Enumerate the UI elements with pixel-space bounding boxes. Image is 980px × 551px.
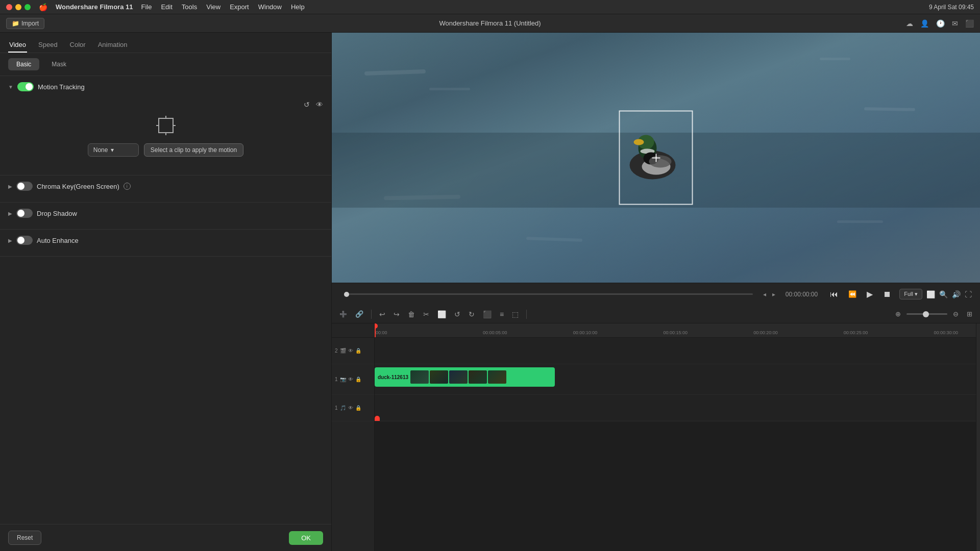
window-title: Wondershare Filmora 11 (Untitled) [439, 19, 541, 27]
left-seek-icon[interactable]: ◂ [763, 291, 766, 298]
quality-select[interactable]: Full ▾ [899, 289, 922, 299]
rotate-left-button[interactable]: ↺ [452, 308, 463, 320]
track-eye-audio[interactable]: 👁 [348, 405, 353, 411]
seek-thumb [344, 292, 349, 297]
delete-button[interactable]: 🗑 [405, 308, 418, 320]
macos-right-icons: 9 April Sat 09:45 [929, 4, 974, 11]
add-media-button[interactable]: ➕ [337, 309, 350, 320]
motion-tracking-chevron[interactable]: ▼ [8, 84, 13, 90]
fullscreen-icon[interactable]: ⛶ [965, 290, 972, 298]
apple-menu[interactable]: 🍎 [39, 3, 47, 11]
drop-shadow-chevron[interactable]: ▶ [8, 211, 12, 216]
right-area: ◂ ▸ 00:00:00:00 ⏮ ⏪ ▶ ⏹ Full ▾ ⬜ 🔍 🔊 ⛶ [332, 33, 980, 551]
rotate-right-button[interactable]: ↻ [466, 308, 477, 320]
refresh-icon[interactable]: ↺ [304, 101, 310, 109]
seek-bar[interactable] [344, 293, 753, 295]
crop-button[interactable]: ⬜ [435, 308, 449, 320]
notification-icon[interactable]: ✉ [952, 19, 958, 28]
grid-button[interactable]: ⬚ [509, 308, 521, 320]
step-back-button[interactable]: ⏪ [846, 288, 859, 300]
menu-file[interactable]: File [141, 3, 152, 11]
ok-button[interactable]: OK [289, 531, 323, 545]
motion-tracking-section: ▼ Motion Tracking ↺ 👁 [0, 76, 331, 176]
track-lock-icon-2[interactable]: 🔒 [355, 348, 361, 354]
apply-motion-button[interactable]: Select a clip to apply the motion [144, 143, 243, 157]
clip-dropdown[interactable]: None ▾ [88, 143, 139, 157]
settings-icon[interactable]: ⬛ [965, 19, 974, 28]
macos-menubar: 🍎 Wondershare Filmora 11 File Edit Tools… [0, 0, 980, 14]
history-icon[interactable]: 🕐 [936, 19, 945, 28]
auto-enhance-toggle[interactable] [16, 236, 33, 245]
reset-button[interactable]: Reset [8, 531, 41, 545]
menu-help[interactable]: Help [291, 3, 305, 11]
selection-box [619, 111, 693, 205]
motion-tracking-title: Motion Tracking [38, 83, 85, 91]
eye-icon[interactable]: 👁 [316, 101, 323, 109]
list-button[interactable]: ≡ [497, 308, 506, 320]
chroma-key-chevron[interactable]: ▶ [8, 184, 12, 189]
app-name-label: Wondershare Filmora 11 [56, 3, 133, 11]
track-lock-audio[interactable]: 🔒 [355, 405, 361, 411]
tab-video[interactable]: Video [8, 38, 27, 53]
account-icon[interactable]: 👤 [920, 19, 929, 28]
quality-chevron: ▾ [915, 291, 918, 297]
menu-view[interactable]: View [206, 3, 220, 11]
zoom-in-button[interactable]: ⊕ [893, 308, 903, 320]
track-eye-icon-2[interactable]: 👁 [348, 348, 353, 354]
maximize-window-button[interactable] [24, 4, 31, 10]
track-lock-icon-1[interactable]: 🔒 [355, 377, 361, 382]
auto-enhance-chevron[interactable]: ▶ [8, 238, 12, 243]
crosshair-overlay [652, 154, 660, 162]
menu-tools[interactable]: Tools [182, 3, 197, 11]
time-mark-25: 00:00:25:00 [844, 330, 868, 335]
track-audio-icon: 🎵 [340, 405, 346, 411]
cloud-icon[interactable]: ☁ [906, 19, 913, 28]
transform-button[interactable]: ⬛ [480, 308, 494, 320]
minimize-window-button[interactable] [15, 4, 21, 10]
tab-animation[interactable]: Animation [97, 38, 129, 53]
chroma-key-toggle[interactable] [16, 182, 33, 191]
track-eye-icon-1[interactable]: 👁 [348, 377, 353, 382]
motion-tracking-toggle[interactable] [17, 82, 34, 91]
tab-color[interactable]: Color [69, 38, 87, 53]
zoom-slider[interactable] [906, 313, 947, 315]
rewind-button[interactable]: ⏮ [828, 288, 840, 301]
video-clip[interactable]: duck-112613 [375, 367, 555, 387]
cut-button[interactable]: ✂ [421, 308, 432, 320]
undo-button[interactable]: ↩ [377, 308, 388, 320]
import-icon: 📁 [12, 20, 19, 27]
chroma-key-info-icon[interactable]: i [124, 183, 131, 190]
menu-window[interactable]: Window [258, 3, 282, 11]
volume-icon[interactable]: 🔊 [952, 290, 961, 298]
fit-icon[interactable]: ⬜ [926, 290, 935, 298]
play-button[interactable]: ▶ [865, 287, 875, 301]
stop-button[interactable]: ⏹ [881, 288, 893, 301]
chroma-key-title: Chroma Key(Green Screen) [37, 183, 119, 190]
menu-edit[interactable]: Edit [161, 3, 172, 11]
link-button[interactable]: 🔗 [353, 308, 366, 320]
title-bar: 📁 Import Wondershare Filmora 11 (Untitle… [0, 14, 980, 33]
grid-view-button[interactable]: ⊞ [964, 308, 975, 320]
close-window-button[interactable] [6, 4, 12, 10]
clip-thumbnails [410, 370, 506, 384]
time-mark-15: 00:00:15:00 [663, 330, 688, 335]
preview-controls: ◂ ▸ 00:00:00:00 ⏮ ⏪ ▶ ⏹ Full ▾ ⬜ 🔍 🔊 ⛶ [332, 283, 980, 305]
right-seek-icon[interactable]: ▸ [772, 291, 775, 298]
playhead[interactable] [375, 323, 376, 337]
clip-thumb-5 [488, 370, 506, 384]
drop-shadow-section: ▶ Drop Shadow [0, 203, 331, 230]
zoom-out-button[interactable]: ⊖ [950, 308, 961, 320]
import-button[interactable]: 📁 Import [6, 18, 44, 29]
drop-shadow-toggle[interactable] [16, 209, 33, 218]
subtab-basic[interactable]: Basic [8, 58, 39, 70]
scroll-indicator[interactable] [976, 323, 980, 551]
track-video-icon-1: 📷 [340, 377, 346, 382]
playhead-head [375, 323, 378, 329]
subtab-mask[interactable]: Mask [43, 58, 75, 70]
redo-button[interactable]: ↪ [391, 308, 402, 320]
zoom-preview-icon[interactable]: 🔍 [939, 290, 948, 298]
timeline-toolbar: ➕ 🔗 ↩ ↪ 🗑 ✂ ⬜ ↺ ↻ ⬛ ≡ ⬚ ⊕ [332, 305, 980, 323]
menu-export[interactable]: Export [230, 3, 249, 11]
panel-tabs: Video Speed Color Animation [0, 33, 331, 53]
tab-speed[interactable]: Speed [37, 38, 59, 53]
